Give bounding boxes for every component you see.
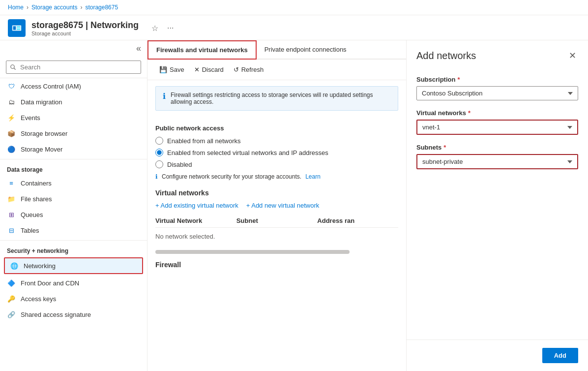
add-networks-panel: Add networks ✕ Subscription * Contoso Su…	[406, 40, 588, 371]
data-migration-icon: 🗂	[7, 97, 16, 106]
networking-icon: 🌐	[10, 261, 19, 270]
radio-all-networks[interactable]: Enabled from all networks	[155, 137, 398, 145]
info-banner: ℹ Firewall settings restricting access t…	[155, 86, 398, 111]
radio-selected-networks[interactable]: Enabled from selected virtual networks a…	[155, 149, 398, 156]
collapse-sidebar-button[interactable]: «	[132, 41, 145, 56]
subnet-select[interactable]: subnet-private	[416, 154, 578, 169]
sidebar-item-networking[interactable]: 🌐 Networking	[4, 257, 143, 274]
panel-body: Subscription * Contoso Subscription Virt…	[407, 68, 588, 340]
scrollbar[interactable]	[155, 250, 350, 254]
virtual-networks-group: Virtual networks * vnet-1	[416, 109, 578, 135]
sidebar: « 🛡 Access Control (IAM) 🗂 Data migratio…	[0, 40, 147, 371]
file-shares-icon: 📁	[7, 194, 16, 203]
radio-all-networks-input[interactable]	[155, 137, 163, 145]
content-area: Firewalls and virtual networks Private e…	[147, 40, 406, 371]
sidebar-item-queues[interactable]: ⊞ Queues	[0, 207, 147, 222]
search-input[interactable]	[6, 61, 141, 74]
sidebar-item-containers[interactable]: ≡ Containers	[0, 175, 147, 191]
sidebar-item-data-migration[interactable]: 🗂 Data migration	[0, 94, 147, 110]
panel-footer: Add	[407, 340, 588, 371]
breadcrumb-resource[interactable]: storage8675	[85, 4, 118, 11]
add-existing-vnet-button[interactable]: + Add existing virtual network	[155, 202, 238, 209]
radio-disabled[interactable]: Disabled	[155, 160, 398, 168]
sidebar-label-front-door: Front Door and CDN	[21, 279, 79, 287]
storage-mover-icon: 🔵	[7, 145, 16, 154]
breadcrumb: Home › Storage accounts › storage8675	[0, 0, 588, 15]
resource-icon	[8, 19, 26, 37]
panel-close-button[interactable]: ✕	[567, 48, 578, 63]
virtual-networks-label: Virtual networks *	[416, 109, 578, 117]
refresh-button[interactable]: ↺ Refresh	[230, 63, 268, 76]
sidebar-label-storage-mover: Storage Mover	[21, 146, 62, 153]
subnets-label: Subnets *	[416, 144, 578, 151]
sidebar-item-tables[interactable]: ⊟ Tables	[0, 222, 147, 238]
public-network-options: Enabled from all networks Enabled from s…	[155, 137, 398, 168]
sidebar-label-data-migration: Data migration	[21, 98, 62, 106]
radio-selected-networks-input[interactable]	[155, 149, 163, 156]
refresh-icon: ↺	[234, 66, 239, 73]
sidebar-item-events[interactable]: ⚡ Events	[0, 110, 147, 125]
page-subtitle: Storage account	[31, 31, 139, 36]
events-icon: ⚡	[7, 113, 16, 122]
page-title: storage8675 | Networking	[31, 20, 139, 31]
sidebar-label-events: Events	[21, 114, 40, 122]
vnet-empty-message: No network selected.	[155, 228, 398, 245]
learn-link[interactable]: Learn	[305, 173, 321, 180]
radio-disabled-label: Disabled	[167, 161, 192, 168]
tables-icon: ⊟	[7, 226, 16, 235]
tab-private-endpoint[interactable]: Private endpoint connections	[257, 41, 354, 59]
subnets-required: *	[443, 144, 446, 151]
discard-icon: ✕	[194, 66, 200, 73]
subscription-group: Subscription * Contoso Subscription	[416, 76, 578, 100]
sidebar-item-front-door[interactable]: 🔷 Front Door and CDN	[0, 275, 147, 291]
tab-bar: Firewalls and virtual networks Private e…	[147, 40, 406, 60]
save-icon: 💾	[159, 66, 167, 73]
public-network-label: Public network access	[155, 124, 398, 132]
add-network-button[interactable]: Add	[542, 348, 578, 363]
virtual-networks-section: Virtual networks + Add existing virtual …	[155, 189, 398, 245]
virtual-network-select[interactable]: vnet-1	[416, 120, 578, 135]
page-header: storage8675 | Networking Storage account…	[0, 15, 588, 40]
toolbar: 💾 Save ✕ Discard ↺ Refresh	[147, 60, 406, 80]
network-info-icon: ℹ	[155, 173, 158, 180]
radio-selected-networks-label: Enabled from selected virtual networks a…	[167, 149, 328, 156]
network-info: ℹ Configure network security for your st…	[155, 173, 398, 180]
storage-browser-icon: 📦	[7, 129, 16, 138]
svg-rect-3	[17, 29, 20, 30]
svg-rect-2	[17, 26, 20, 28]
tab-firewalls[interactable]: Firewalls and virtual networks	[147, 40, 257, 60]
subscription-select[interactable]: Contoso Subscription	[416, 86, 578, 100]
save-button[interactable]: 💾 Save	[155, 63, 188, 76]
queues-icon: ⊞	[7, 210, 16, 219]
add-existing-vnet-label: + Add existing virtual network	[155, 202, 238, 209]
sidebar-label-access-control: Access Control (IAM)	[21, 83, 81, 90]
data-storage-section-label: Data storage	[0, 161, 147, 175]
add-new-vnet-label: + Add new virtual network	[246, 202, 320, 209]
discard-button[interactable]: ✕ Discard	[190, 63, 228, 76]
shared-access-icon: 🔗	[7, 310, 16, 319]
favorite-button[interactable]: ☆	[149, 22, 160, 35]
sidebar-item-file-shares[interactable]: 📁 File shares	[0, 191, 147, 207]
sidebar-label-shared-access: Shared access signature	[21, 311, 91, 318]
sidebar-item-storage-browser[interactable]: 📦 Storage browser	[0, 125, 147, 141]
vn-actions: + Add existing virtual network + Add new…	[155, 202, 398, 209]
breadcrumb-home[interactable]: Home	[8, 4, 24, 11]
more-options-button[interactable]: ···	[165, 22, 176, 35]
col-virtual-network: Virtual Network	[155, 217, 236, 224]
radio-disabled-input[interactable]	[155, 160, 163, 168]
network-info-text: Configure network security for your stor…	[162, 173, 301, 180]
col-address-range: Address ran	[317, 217, 398, 224]
sidebar-item-shared-access[interactable]: 🔗 Shared access signature	[0, 307, 147, 322]
add-new-vnet-button[interactable]: + Add new virtual network	[246, 202, 320, 209]
access-keys-icon: 🔑	[7, 294, 16, 303]
sidebar-item-access-control[interactable]: 🛡 Access Control (IAM)	[0, 78, 147, 94]
breadcrumb-storage-accounts[interactable]: Storage accounts	[31, 4, 77, 11]
subscription-label: Subscription *	[416, 76, 578, 83]
access-control-icon: 🛡	[7, 82, 16, 91]
firewall-title: Firewall	[155, 261, 398, 269]
sidebar-item-access-keys[interactable]: 🔑 Access keys	[0, 291, 147, 307]
containers-icon: ≡	[7, 179, 16, 187]
sidebar-item-storage-mover[interactable]: 🔵 Storage Mover	[0, 141, 147, 157]
firewall-section: Firewall	[155, 261, 398, 269]
panel-header: Add networks ✕	[407, 40, 588, 68]
